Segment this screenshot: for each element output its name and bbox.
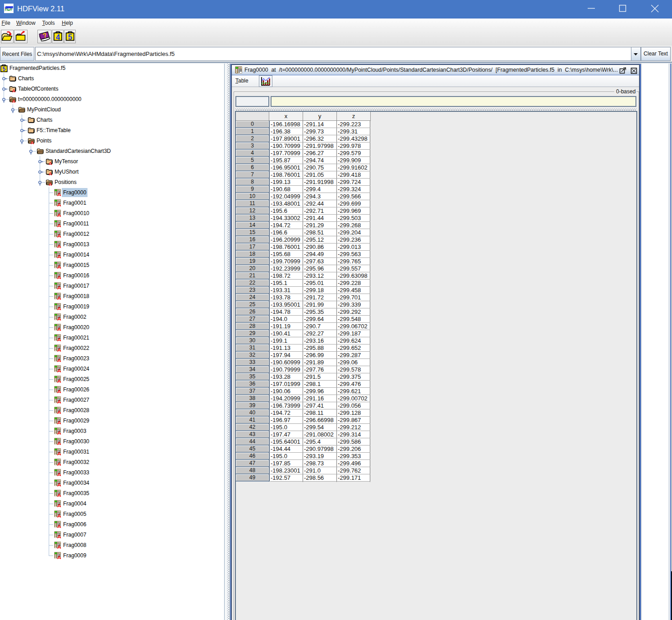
svg-text:5: 5 xyxy=(2,65,5,72)
